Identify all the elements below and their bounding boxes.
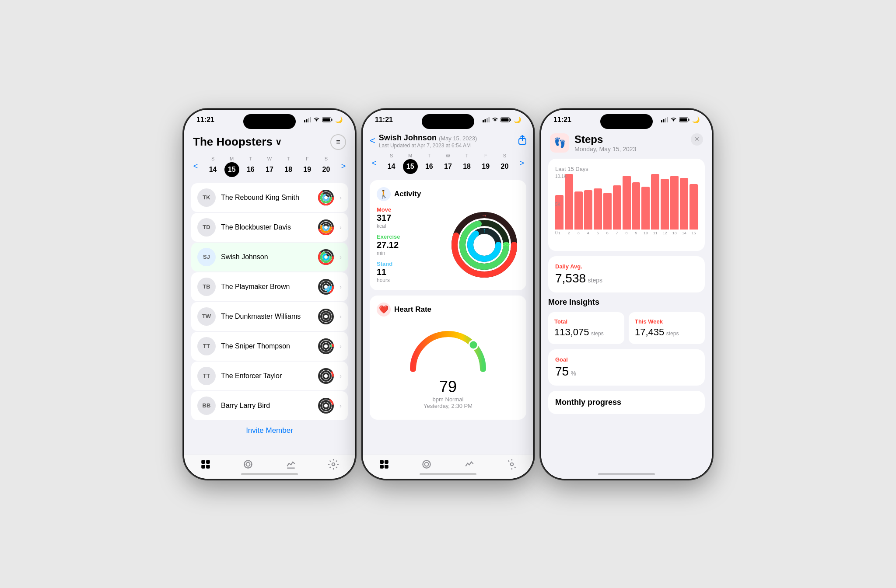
svg-rect-57: [485, 119, 486, 122]
member-chevron-1: ›: [340, 224, 342, 231]
p1-cal-day-3[interactable]: W 17: [262, 156, 277, 177]
p2-header-info: Swish Johnson (May 15, 2023) Last Update…: [379, 133, 515, 149]
p1-tab-settings[interactable]: [312, 459, 355, 470]
stat-move-unit: kcal: [377, 223, 400, 229]
bar-label-5: 5: [597, 231, 599, 235]
member-name-5: The Sniper Thompson: [221, 342, 312, 350]
member-item-6[interactable]: TT The Enforcer Taylor ›: [191, 362, 348, 390]
this-week-unit: steps: [666, 331, 679, 337]
p1-tab-activity[interactable]: [227, 459, 270, 470]
bar-container-14: 14: [680, 174, 688, 235]
member-item-0[interactable]: TK The Rebound King Smith ›: [191, 183, 348, 212]
walk-icon: 🚶: [379, 189, 388, 199]
p2-cal-day-5[interactable]: F 19: [478, 153, 493, 174]
svg-point-37: [323, 344, 329, 349]
p2-share-button[interactable]: [518, 135, 526, 147]
member-item-7[interactable]: BB Barry Larry Bird ›: [191, 391, 348, 420]
p1-menu-button[interactable]: ≡: [330, 134, 346, 150]
p2-cal-day-4[interactable]: T 18: [459, 153, 474, 174]
p1-title-chevron-icon[interactable]: ∨: [275, 137, 282, 147]
member-rings-2: [318, 249, 334, 265]
p2-cal-day-3[interactable]: W 17: [441, 153, 455, 174]
p2-tab-grid[interactable]: [363, 459, 406, 470]
bar-label-11: 11: [653, 231, 658, 235]
member-chevron-2: ›: [340, 254, 342, 261]
svg-rect-81: [661, 120, 662, 122]
p3-close-button[interactable]: ×: [691, 133, 703, 146]
svg-text:>>: >>: [503, 241, 510, 248]
chart-y-zero: 0: [555, 230, 567, 235]
member-avatar-7: BB: [197, 397, 216, 415]
stat-stand-value: 11: [377, 267, 400, 277]
stat-exercise-value: 27.12: [377, 240, 400, 250]
p1-cal-day-6[interactable]: S 20: [318, 156, 333, 177]
bar-label-12: 12: [663, 231, 667, 235]
member-item-5[interactable]: TT The Sniper Thompson ›: [191, 332, 348, 361]
svg-rect-56: [483, 120, 484, 122]
p1-tab-chart[interactable]: [270, 459, 312, 470]
bar-container-8: 8: [623, 174, 631, 235]
member-item-2[interactable]: SJ Swish Johnson ›: [191, 243, 348, 271]
p2-cal-days: S 14 M 15 T 16 W 17: [382, 153, 514, 174]
p2-cal-next[interactable]: >: [516, 157, 528, 170]
member-item-4[interactable]: TW The Dunkmaster Williams ›: [191, 302, 348, 331]
member-item-1[interactable]: TD The Blockbuster Davis ›: [191, 213, 348, 242]
member-avatar-6: TT: [197, 367, 216, 385]
p2-name: Swish Johnson (May 15, 2023): [379, 133, 515, 143]
member-name-1: The Blockbuster Davis: [221, 223, 312, 231]
activity-stats: Move 317 kcal Exercise 27.12 min Stand: [377, 206, 400, 283]
activity-icon: [242, 459, 254, 470]
member-avatar-2: SJ: [197, 248, 216, 266]
activity-icon-2: [421, 459, 432, 470]
p1-cal-day-4[interactable]: T 18: [281, 156, 296, 177]
p1-title: The Hoopsters ∨: [193, 135, 282, 149]
stat-stand: Stand 11 hours: [377, 261, 400, 283]
p2-cal-day-6[interactable]: S 20: [497, 153, 512, 174]
steps-chart-card: Last 15 Days 10.1K 5K 0 1234567891011121…: [548, 159, 705, 251]
p2-tab-settings[interactable]: [491, 459, 534, 470]
bar-8: [623, 176, 631, 230]
p2-last-updated: Last Updated at Apr 7, 2023 at 6:54 AM: [379, 143, 515, 149]
chart-icon: [285, 459, 297, 470]
p1-cal-day-2[interactable]: T 16: [243, 156, 258, 177]
svg-point-80: [511, 463, 514, 466]
phone2-content: < Swish Johnson (May 15, 2023) Last Upda…: [363, 126, 533, 479]
invite-member-button[interactable]: Invite Member: [191, 421, 348, 440]
svg-rect-87: [680, 118, 687, 121]
bar-13: [670, 176, 679, 230]
goal-unit: %: [571, 370, 576, 377]
member-rings-3: [318, 278, 334, 295]
svg-point-73: [469, 341, 478, 349]
bar-5: [594, 188, 602, 230]
stat-move: Move 317 kcal: [377, 206, 400, 229]
p1-calendar-strip: < S 14 M 15 T 16 W: [184, 153, 355, 180]
member-name-6: The Enforcer Taylor: [221, 372, 312, 380]
bar-3: [574, 191, 583, 230]
bar-container-9: 9: [632, 174, 640, 235]
phone1-content: The Hoopsters ∨ ≡ < S 14 M 15: [184, 126, 355, 479]
p1-cal-next[interactable]: >: [337, 160, 350, 173]
p1-tab-grid[interactable]: [184, 459, 227, 470]
p1-cal-day-0[interactable]: S 14: [206, 156, 220, 177]
bar-container-15: 15: [690, 174, 698, 235]
member-item-3[interactable]: TB The Playmaker Brown ›: [191, 272, 348, 301]
bar-4: [584, 190, 592, 230]
total-value-row: 113,075 steps: [554, 327, 618, 338]
total-insight: Total 113,075 steps: [548, 312, 624, 344]
p2-back-button[interactable]: <: [370, 135, 375, 146]
bar-container-7: 7: [613, 174, 621, 235]
p2-tab-chart[interactable]: [448, 459, 491, 470]
p1-cal-day-5[interactable]: F 19: [300, 156, 315, 177]
p2-cal-prev[interactable]: <: [368, 157, 380, 170]
p2-cal-day-1[interactable]: M 15: [403, 153, 418, 174]
member-name-4: The Dunkmaster Williams: [221, 313, 312, 320]
p2-tab-activity[interactable]: [406, 459, 448, 470]
svg-point-33: [323, 314, 329, 319]
heart-rate-card: ❤️ Heart Rate: [370, 296, 526, 420]
p1-cal-day-1[interactable]: M 15: [224, 156, 239, 177]
dynamic-island-1: [243, 114, 296, 129]
p2-cal-day-0[interactable]: S 14: [384, 153, 399, 174]
p1-cal-prev[interactable]: <: [189, 160, 202, 173]
p2-cal-day-2[interactable]: T 16: [422, 153, 437, 174]
svg-rect-49: [206, 460, 210, 464]
